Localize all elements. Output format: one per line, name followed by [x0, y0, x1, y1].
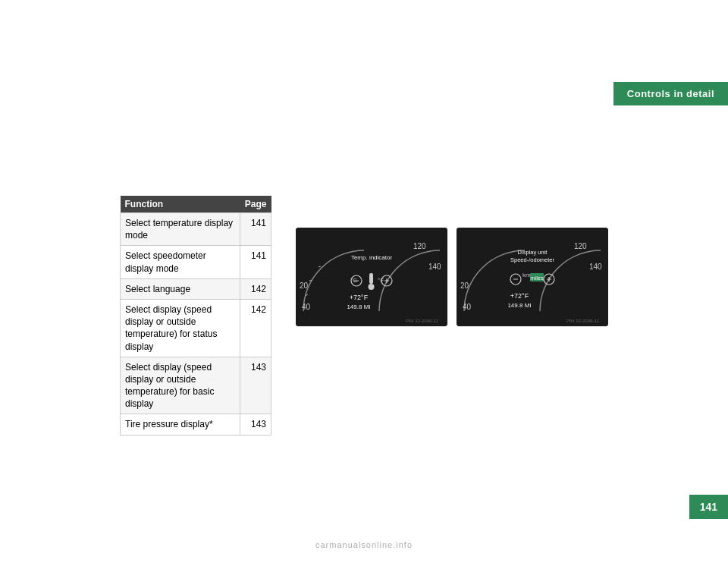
svg-text:149.8 MI: 149.8 MI	[507, 302, 531, 309]
svg-text:P54 32-2096-31: P54 32-2096-31	[566, 319, 600, 323]
svg-text:Speed-/odometer: Speed-/odometer	[510, 256, 554, 263]
table-cell-function: Select display (speed display or outside…	[121, 357, 240, 414]
table-row: Select display (speed display or outside…	[121, 299, 271, 357]
svg-rect-12	[369, 273, 373, 284]
table-row: Select speedometer display mode141	[121, 246, 271, 278]
table-cell-function: Select display (speed display or outside…	[121, 299, 240, 357]
svg-text:20: 20	[300, 282, 309, 290]
svg-text:20: 20	[460, 282, 469, 290]
clusters-area: 40 20 120 140 Temp. indicator °C °F	[296, 228, 608, 326]
svg-text:Display unit: Display unit	[518, 249, 548, 256]
svg-text:+72°F: +72°F	[510, 292, 529, 300]
svg-text:40: 40	[302, 303, 311, 311]
cluster-speed-svg: 40 20 120 140 Display unit Speed-/odomet…	[457, 228, 608, 326]
svg-text:+72°F: +72°F	[350, 294, 369, 301]
function-table: Function Page Select temperature display…	[120, 196, 271, 436]
table-row: Select language142	[121, 278, 271, 299]
svg-text:120: 120	[413, 242, 426, 250]
table-cell-function: Select temperature display mode	[121, 213, 240, 246]
svg-text:140: 140	[589, 263, 602, 271]
table-cell-page: 143	[240, 357, 271, 414]
svg-point-13	[369, 284, 375, 290]
table-cell-function: Select language	[121, 278, 240, 299]
table-cell-page: 143	[240, 414, 271, 435]
svg-text:°F: °F	[378, 277, 384, 284]
col-header-function: Function	[121, 196, 240, 213]
table-cell-page: 141	[240, 246, 271, 278]
svg-text:120: 120	[574, 242, 587, 250]
table-cell-page: 142	[240, 299, 271, 357]
svg-text:Temp. indicator: Temp. indicator	[351, 254, 393, 261]
cluster-speed: 40 20 120 140 Display unit Speed-/odomet…	[457, 228, 608, 326]
table-cell-function: Tire pressure display*	[121, 414, 240, 435]
col-header-page: Page	[240, 196, 271, 213]
svg-text:P54 32-2096-31: P54 32-2096-31	[406, 319, 439, 323]
svg-text:149.8 MI: 149.8 MI	[347, 304, 370, 310]
table-row: Select display (speed display or outside…	[121, 357, 271, 414]
table-cell-function: Select speedometer display mode	[121, 246, 240, 278]
svg-text:miles: miles	[530, 275, 544, 282]
section-header-tab: Controls in detail	[613, 82, 728, 105]
cluster-temp-svg: 40 20 120 140 Temp. indicator °C °F	[296, 228, 447, 326]
page-number-badge: 141	[689, 495, 728, 519]
table-row: Select temperature display mode141	[121, 213, 271, 246]
table-cell-page: 141	[240, 213, 271, 246]
table-row: Tire pressure display*143	[121, 414, 271, 435]
table-cell-page: 142	[240, 278, 271, 299]
svg-text:40: 40	[463, 303, 472, 311]
cluster-temp: 40 20 120 140 Temp. indicator °C °F	[296, 228, 447, 326]
watermark: carmanualsonline.info	[0, 540, 728, 549]
svg-text:140: 140	[428, 263, 441, 271]
